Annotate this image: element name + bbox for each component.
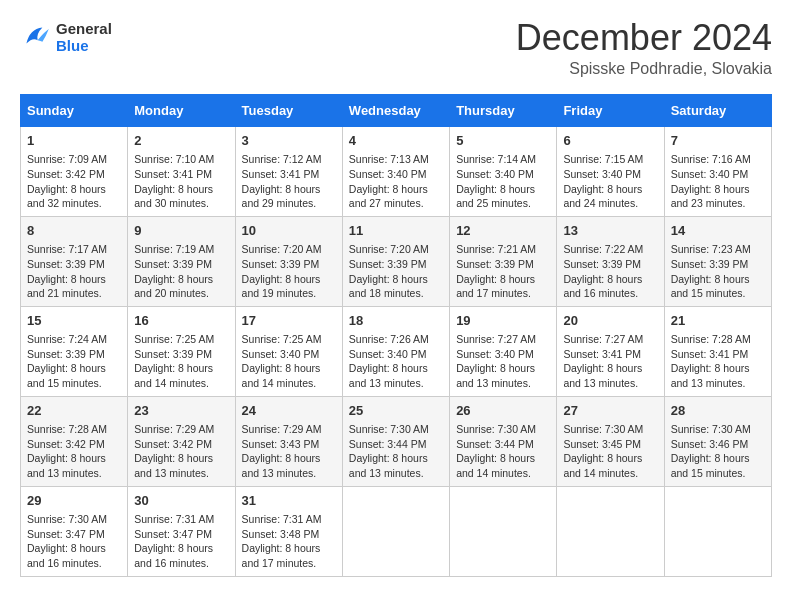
- day-header-saturday: Saturday: [664, 95, 771, 127]
- day-number: 6: [563, 132, 657, 150]
- day-number: 13: [563, 222, 657, 240]
- day-number: 2: [134, 132, 228, 150]
- day-header-monday: Monday: [128, 95, 235, 127]
- day-header-friday: Friday: [557, 95, 664, 127]
- day-number: 27: [563, 402, 657, 420]
- calendar-cell: 16Sunrise: 7:25 AMSunset: 3:39 PMDayligh…: [128, 306, 235, 396]
- day-info: Sunrise: 7:16 AMSunset: 3:40 PMDaylight:…: [671, 152, 765, 211]
- calendar-cell: 21Sunrise: 7:28 AMSunset: 3:41 PMDayligh…: [664, 306, 771, 396]
- day-number: 9: [134, 222, 228, 240]
- day-number: 8: [27, 222, 121, 240]
- day-info: Sunrise: 7:30 AMSunset: 3:44 PMDaylight:…: [349, 422, 443, 481]
- calendar-cell: [557, 486, 664, 576]
- day-number: 15: [27, 312, 121, 330]
- calendar-cell: 11Sunrise: 7:20 AMSunset: 3:39 PMDayligh…: [342, 216, 449, 306]
- day-info: Sunrise: 7:30 AMSunset: 3:47 PMDaylight:…: [27, 512, 121, 571]
- day-header-wednesday: Wednesday: [342, 95, 449, 127]
- day-info: Sunrise: 7:30 AMSunset: 3:45 PMDaylight:…: [563, 422, 657, 481]
- calendar-cell: 19Sunrise: 7:27 AMSunset: 3:40 PMDayligh…: [450, 306, 557, 396]
- day-number: 26: [456, 402, 550, 420]
- calendar-week-2: 8Sunrise: 7:17 AMSunset: 3:39 PMDaylight…: [21, 216, 772, 306]
- calendar-cell: 25Sunrise: 7:30 AMSunset: 3:44 PMDayligh…: [342, 396, 449, 486]
- day-number: 7: [671, 132, 765, 150]
- day-number: 17: [242, 312, 336, 330]
- calendar-cell: 6Sunrise: 7:15 AMSunset: 3:40 PMDaylight…: [557, 127, 664, 217]
- calendar-week-3: 15Sunrise: 7:24 AMSunset: 3:39 PMDayligh…: [21, 306, 772, 396]
- calendar-cell: 27Sunrise: 7:30 AMSunset: 3:45 PMDayligh…: [557, 396, 664, 486]
- calendar-cell: [450, 486, 557, 576]
- calendar-cell: 28Sunrise: 7:30 AMSunset: 3:46 PMDayligh…: [664, 396, 771, 486]
- calendar-cell: 7Sunrise: 7:16 AMSunset: 3:40 PMDaylight…: [664, 127, 771, 217]
- day-number: 11: [349, 222, 443, 240]
- calendar-cell: 2Sunrise: 7:10 AMSunset: 3:41 PMDaylight…: [128, 127, 235, 217]
- calendar-cell: 5Sunrise: 7:14 AMSunset: 3:40 PMDaylight…: [450, 127, 557, 217]
- day-number: 29: [27, 492, 121, 510]
- logo-text: General Blue: [56, 20, 112, 54]
- day-number: 30: [134, 492, 228, 510]
- calendar-cell: 15Sunrise: 7:24 AMSunset: 3:39 PMDayligh…: [21, 306, 128, 396]
- day-number: 31: [242, 492, 336, 510]
- day-info: Sunrise: 7:22 AMSunset: 3:39 PMDaylight:…: [563, 242, 657, 301]
- day-info: Sunrise: 7:27 AMSunset: 3:40 PMDaylight:…: [456, 332, 550, 391]
- logo-icon: [20, 21, 52, 53]
- calendar-cell: 23Sunrise: 7:29 AMSunset: 3:42 PMDayligh…: [128, 396, 235, 486]
- day-number: 25: [349, 402, 443, 420]
- calendar-table: SundayMondayTuesdayWednesdayThursdayFrid…: [20, 94, 772, 577]
- day-info: Sunrise: 7:15 AMSunset: 3:40 PMDaylight:…: [563, 152, 657, 211]
- day-info: Sunrise: 7:12 AMSunset: 3:41 PMDaylight:…: [242, 152, 336, 211]
- day-number: 14: [671, 222, 765, 240]
- day-info: Sunrise: 7:29 AMSunset: 3:42 PMDaylight:…: [134, 422, 228, 481]
- calendar-cell: 14Sunrise: 7:23 AMSunset: 3:39 PMDayligh…: [664, 216, 771, 306]
- calendar-cell: 18Sunrise: 7:26 AMSunset: 3:40 PMDayligh…: [342, 306, 449, 396]
- day-info: Sunrise: 7:29 AMSunset: 3:43 PMDaylight:…: [242, 422, 336, 481]
- day-info: Sunrise: 7:13 AMSunset: 3:40 PMDaylight:…: [349, 152, 443, 211]
- day-info: Sunrise: 7:23 AMSunset: 3:39 PMDaylight:…: [671, 242, 765, 301]
- day-number: 4: [349, 132, 443, 150]
- day-number: 10: [242, 222, 336, 240]
- day-info: Sunrise: 7:10 AMSunset: 3:41 PMDaylight:…: [134, 152, 228, 211]
- calendar-cell: 4Sunrise: 7:13 AMSunset: 3:40 PMDaylight…: [342, 127, 449, 217]
- calendar-cell: 9Sunrise: 7:19 AMSunset: 3:39 PMDaylight…: [128, 216, 235, 306]
- day-number: 1: [27, 132, 121, 150]
- day-info: Sunrise: 7:09 AMSunset: 3:42 PMDaylight:…: [27, 152, 121, 211]
- day-number: 22: [27, 402, 121, 420]
- title-block: December 2024 Spisske Podhradie, Slovaki…: [516, 20, 772, 78]
- day-info: Sunrise: 7:30 AMSunset: 3:46 PMDaylight:…: [671, 422, 765, 481]
- day-number: 20: [563, 312, 657, 330]
- day-info: Sunrise: 7:20 AMSunset: 3:39 PMDaylight:…: [242, 242, 336, 301]
- day-info: Sunrise: 7:31 AMSunset: 3:48 PMDaylight:…: [242, 512, 336, 571]
- day-info: Sunrise: 7:24 AMSunset: 3:39 PMDaylight:…: [27, 332, 121, 391]
- calendar-cell: 31Sunrise: 7:31 AMSunset: 3:48 PMDayligh…: [235, 486, 342, 576]
- day-info: Sunrise: 7:19 AMSunset: 3:39 PMDaylight:…: [134, 242, 228, 301]
- month-title: December 2024: [516, 20, 772, 56]
- day-info: Sunrise: 7:21 AMSunset: 3:39 PMDaylight:…: [456, 242, 550, 301]
- day-number: 21: [671, 312, 765, 330]
- calendar-cell: 26Sunrise: 7:30 AMSunset: 3:44 PMDayligh…: [450, 396, 557, 486]
- calendar-cell: [664, 486, 771, 576]
- calendar-cell: 13Sunrise: 7:22 AMSunset: 3:39 PMDayligh…: [557, 216, 664, 306]
- day-info: Sunrise: 7:30 AMSunset: 3:44 PMDaylight:…: [456, 422, 550, 481]
- day-header-tuesday: Tuesday: [235, 95, 342, 127]
- calendar-cell: 12Sunrise: 7:21 AMSunset: 3:39 PMDayligh…: [450, 216, 557, 306]
- day-info: Sunrise: 7:27 AMSunset: 3:41 PMDaylight:…: [563, 332, 657, 391]
- day-info: Sunrise: 7:25 AMSunset: 3:39 PMDaylight:…: [134, 332, 228, 391]
- day-info: Sunrise: 7:26 AMSunset: 3:40 PMDaylight:…: [349, 332, 443, 391]
- calendar-cell: 20Sunrise: 7:27 AMSunset: 3:41 PMDayligh…: [557, 306, 664, 396]
- calendar-cell: 8Sunrise: 7:17 AMSunset: 3:39 PMDaylight…: [21, 216, 128, 306]
- page-header: General Blue December 2024 Spisske Podhr…: [20, 20, 772, 78]
- day-number: 24: [242, 402, 336, 420]
- calendar-cell: 30Sunrise: 7:31 AMSunset: 3:47 PMDayligh…: [128, 486, 235, 576]
- day-number: 3: [242, 132, 336, 150]
- day-info: Sunrise: 7:20 AMSunset: 3:39 PMDaylight:…: [349, 242, 443, 301]
- day-info: Sunrise: 7:25 AMSunset: 3:40 PMDaylight:…: [242, 332, 336, 391]
- day-info: Sunrise: 7:14 AMSunset: 3:40 PMDaylight:…: [456, 152, 550, 211]
- calendar-cell: 1Sunrise: 7:09 AMSunset: 3:42 PMDaylight…: [21, 127, 128, 217]
- logo: General Blue: [20, 20, 112, 54]
- calendar-week-1: 1Sunrise: 7:09 AMSunset: 3:42 PMDaylight…: [21, 127, 772, 217]
- day-info: Sunrise: 7:28 AMSunset: 3:42 PMDaylight:…: [27, 422, 121, 481]
- day-header-sunday: Sunday: [21, 95, 128, 127]
- calendar-cell: 29Sunrise: 7:30 AMSunset: 3:47 PMDayligh…: [21, 486, 128, 576]
- day-number: 19: [456, 312, 550, 330]
- day-info: Sunrise: 7:17 AMSunset: 3:39 PMDaylight:…: [27, 242, 121, 301]
- day-number: 23: [134, 402, 228, 420]
